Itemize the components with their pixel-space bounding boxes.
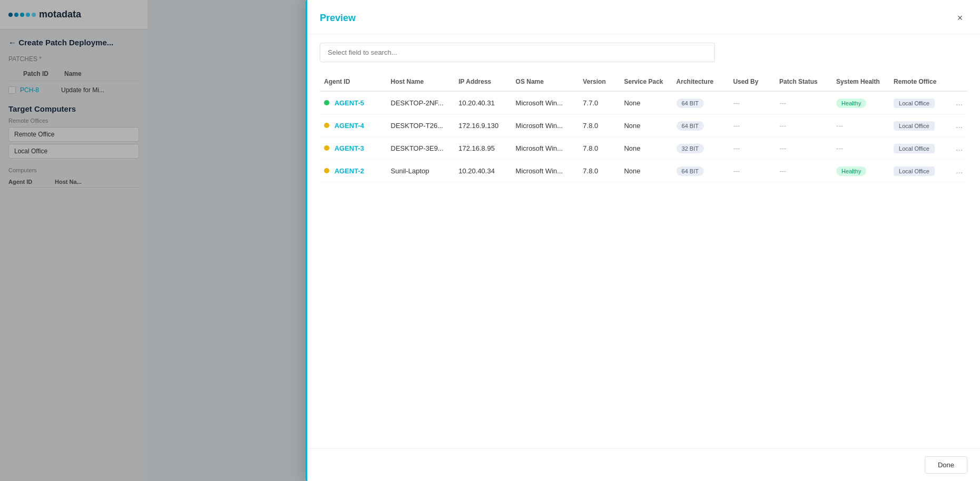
more-button[interactable]: ...	[956, 98, 963, 107]
more-button[interactable]: ...	[956, 121, 963, 130]
used-by-dash: ---	[733, 99, 740, 107]
remote-office-badge: Local Office	[894, 99, 935, 108]
remote-office-cell: Local Office	[889, 137, 952, 160]
used-by-dash: ---	[733, 144, 740, 152]
table-row: AGENT-3 DESKTOP-3E9... 172.16.8.95 Micro…	[320, 137, 967, 160]
search-input[interactable]	[320, 43, 715, 62]
agent-link[interactable]: AGENT-4	[335, 122, 364, 130]
ip-address-cell: 10.20.40.34	[454, 160, 511, 182]
architecture-cell: 32 BIT	[672, 137, 729, 160]
th-version: Version	[579, 73, 620, 91]
patch-status-dash: ---	[779, 122, 786, 130]
host-name-cell: DESKTOP-T26...	[387, 114, 455, 137]
arch-badge: 64 BIT	[677, 121, 704, 131]
health-dash: ---	[836, 122, 843, 130]
service-pack-cell: None	[620, 160, 672, 182]
system-health-cell: Healthy	[832, 160, 889, 182]
th-service-pack: Service Pack	[620, 73, 672, 91]
service-pack-cell: None	[620, 114, 672, 137]
preview-modal: Preview × Agent ID Host Name IP Address …	[306, 0, 980, 481]
os-name-cell: Microsoft Win...	[512, 160, 579, 182]
version-cell: 7.8.0	[579, 137, 620, 160]
th-host-name: Host Name	[387, 73, 455, 91]
agent-link[interactable]: AGENT-2	[335, 167, 364, 175]
health-badge: Healthy	[836, 166, 866, 176]
modal-header: Preview ×	[307, 0, 980, 34]
more-actions-cell: ...	[952, 91, 967, 114]
used-by-cell: ---	[729, 160, 775, 182]
done-button[interactable]: Done	[925, 456, 967, 474]
modal-body: Agent ID Host Name IP Address OS Name Ve…	[307, 34, 980, 448]
more-actions-cell: ...	[952, 114, 967, 137]
host-name-cell: Sunil-Laptop	[387, 160, 455, 182]
table-row: AGENT-4 DESKTOP-T26... 172.16.9.130 Micr…	[320, 114, 967, 137]
used-by-dash: ---	[733, 167, 740, 175]
patch-status-dash: ---	[779, 99, 786, 107]
health-badge: Healthy	[836, 99, 866, 108]
remote-office-badge: Local Office	[894, 144, 935, 153]
table-row: AGENT-5 DESKTOP-2NF... 10.20.40.31 Micro…	[320, 91, 967, 114]
used-by-cell: ---	[729, 114, 775, 137]
table-header: Agent ID Host Name IP Address OS Name Ve…	[320, 73, 967, 91]
status-dot	[324, 123, 329, 128]
remote-office-badge: Local Office	[894, 166, 935, 176]
patch-status-cell: ---	[775, 114, 832, 137]
arch-badge: 64 BIT	[677, 99, 704, 108]
status-dot	[324, 145, 329, 151]
th-agent-id: Agent ID	[320, 73, 387, 91]
modal-overlay: Preview × Agent ID Host Name IP Address …	[0, 0, 980, 481]
more-actions-cell: ...	[952, 160, 967, 182]
os-name-cell: Microsoft Win...	[512, 114, 579, 137]
architecture-cell: 64 BIT	[672, 91, 729, 114]
th-architecture: Architecture	[672, 73, 729, 91]
more-actions-cell: ...	[952, 137, 967, 160]
used-by-cell: ---	[729, 137, 775, 160]
system-health-cell: Healthy	[832, 91, 889, 114]
close-button[interactable]: ×	[953, 11, 967, 25]
patch-status-cell: ---	[775, 160, 832, 182]
patch-status-cell: ---	[775, 137, 832, 160]
patch-status-dash: ---	[779, 144, 786, 152]
status-dot	[324, 168, 329, 173]
architecture-cell: 64 BIT	[672, 114, 729, 137]
system-health-cell: ---	[832, 137, 889, 160]
version-cell: 7.8.0	[579, 160, 620, 182]
th-used-by: Used By	[729, 73, 775, 91]
agent-link[interactable]: AGENT-5	[335, 99, 364, 107]
arch-badge: 64 BIT	[677, 166, 704, 176]
remote-office-cell: Local Office	[889, 91, 952, 114]
host-name-cell: DESKTOP-3E9...	[387, 137, 455, 160]
used-by-cell: ---	[729, 91, 775, 114]
more-button[interactable]: ...	[956, 143, 963, 152]
th-system-health: System Health	[832, 73, 889, 91]
remote-office-badge: Local Office	[894, 121, 935, 131]
th-more	[952, 73, 967, 91]
health-dash: ---	[836, 144, 843, 152]
ip-address-cell: 10.20.40.31	[454, 91, 511, 114]
os-name-cell: Microsoft Win...	[512, 137, 579, 160]
agent-id-cell: AGENT-5	[320, 91, 387, 114]
patch-status-dash: ---	[779, 167, 786, 175]
host-name-cell: DESKTOP-2NF...	[387, 91, 455, 114]
th-os-name: OS Name	[512, 73, 579, 91]
remote-office-cell: Local Office	[889, 160, 952, 182]
patch-status-cell: ---	[775, 91, 832, 114]
os-name-cell: Microsoft Win...	[512, 91, 579, 114]
modal-title: Preview	[320, 13, 356, 24]
used-by-dash: ---	[733, 122, 740, 130]
remote-office-cell: Local Office	[889, 114, 952, 137]
ip-address-cell: 172.16.8.95	[454, 137, 511, 160]
more-button[interactable]: ...	[956, 166, 963, 175]
version-cell: 7.7.0	[579, 91, 620, 114]
status-dot	[324, 100, 329, 105]
version-cell: 7.8.0	[579, 114, 620, 137]
agent-id-cell: AGENT-4	[320, 114, 387, 137]
system-health-cell: ---	[832, 114, 889, 137]
architecture-cell: 64 BIT	[672, 160, 729, 182]
agent-link[interactable]: AGENT-3	[335, 144, 364, 152]
modal-footer: Done	[307, 448, 980, 481]
th-patch-status: Patch Status	[775, 73, 832, 91]
ip-address-cell: 172.16.9.130	[454, 114, 511, 137]
th-remote-office: Remote Office	[889, 73, 952, 91]
agent-id-cell: AGENT-3	[320, 137, 387, 160]
